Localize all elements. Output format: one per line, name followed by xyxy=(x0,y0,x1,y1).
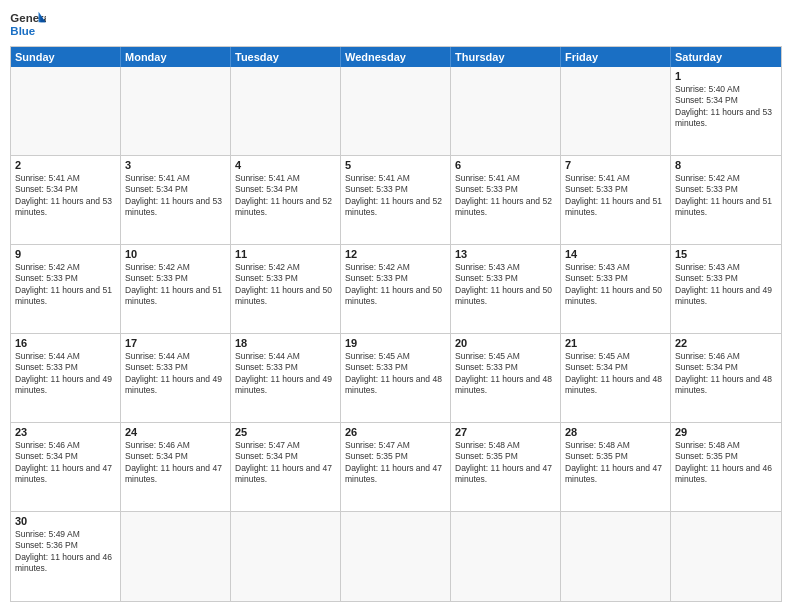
empty-cell xyxy=(231,67,341,156)
header-day-saturday: Saturday xyxy=(671,47,781,67)
day-cell-1: 1Sunrise: 5:40 AM Sunset: 5:34 PM Daylig… xyxy=(671,67,781,156)
header-day-wednesday: Wednesday xyxy=(341,47,451,67)
header-day-sunday: Sunday xyxy=(11,47,121,67)
day-cell-22: 22Sunrise: 5:46 AM Sunset: 5:34 PM Dayli… xyxy=(671,334,781,423)
empty-cell xyxy=(341,512,451,601)
day-cell-19: 19Sunrise: 5:45 AM Sunset: 5:33 PM Dayli… xyxy=(341,334,451,423)
day-cell-30: 30Sunrise: 5:49 AM Sunset: 5:36 PM Dayli… xyxy=(11,512,121,601)
day-cell-13: 13Sunrise: 5:43 AM Sunset: 5:33 PM Dayli… xyxy=(451,245,561,334)
empty-cell xyxy=(341,67,451,156)
day-cell-4: 4Sunrise: 5:41 AM Sunset: 5:34 PM Daylig… xyxy=(231,156,341,245)
day-cell-12: 12Sunrise: 5:42 AM Sunset: 5:33 PM Dayli… xyxy=(341,245,451,334)
day-cell-21: 21Sunrise: 5:45 AM Sunset: 5:34 PM Dayli… xyxy=(561,334,671,423)
empty-cell xyxy=(121,512,231,601)
header-day-monday: Monday xyxy=(121,47,231,67)
day-cell-8: 8Sunrise: 5:42 AM Sunset: 5:33 PM Daylig… xyxy=(671,156,781,245)
day-cell-24: 24Sunrise: 5:46 AM Sunset: 5:34 PM Dayli… xyxy=(121,423,231,512)
calendar: SundayMondayTuesdayWednesdayThursdayFrid… xyxy=(10,46,782,602)
day-cell-23: 23Sunrise: 5:46 AM Sunset: 5:34 PM Dayli… xyxy=(11,423,121,512)
calendar-body: 1Sunrise: 5:40 AM Sunset: 5:34 PM Daylig… xyxy=(11,67,781,601)
header: General Blue xyxy=(10,10,782,40)
day-cell-28: 28Sunrise: 5:48 AM Sunset: 5:35 PM Dayli… xyxy=(561,423,671,512)
day-cell-18: 18Sunrise: 5:44 AM Sunset: 5:33 PM Dayli… xyxy=(231,334,341,423)
day-cell-10: 10Sunrise: 5:42 AM Sunset: 5:33 PM Dayli… xyxy=(121,245,231,334)
day-cell-11: 11Sunrise: 5:42 AM Sunset: 5:33 PM Dayli… xyxy=(231,245,341,334)
day-cell-6: 6Sunrise: 5:41 AM Sunset: 5:33 PM Daylig… xyxy=(451,156,561,245)
calendar-header: SundayMondayTuesdayWednesdayThursdayFrid… xyxy=(11,47,781,67)
day-cell-27: 27Sunrise: 5:48 AM Sunset: 5:35 PM Dayli… xyxy=(451,423,561,512)
day-cell-2: 2Sunrise: 5:41 AM Sunset: 5:34 PM Daylig… xyxy=(11,156,121,245)
day-cell-29: 29Sunrise: 5:48 AM Sunset: 5:35 PM Dayli… xyxy=(671,423,781,512)
logo: General Blue xyxy=(10,10,46,40)
day-cell-16: 16Sunrise: 5:44 AM Sunset: 5:33 PM Dayli… xyxy=(11,334,121,423)
page: General Blue SundayMondayTuesdayWednesda… xyxy=(0,0,792,612)
day-cell-17: 17Sunrise: 5:44 AM Sunset: 5:33 PM Dayli… xyxy=(121,334,231,423)
empty-cell xyxy=(451,512,561,601)
empty-cell xyxy=(561,67,671,156)
day-cell-25: 25Sunrise: 5:47 AM Sunset: 5:34 PM Dayli… xyxy=(231,423,341,512)
empty-cell xyxy=(671,512,781,601)
header-day-tuesday: Tuesday xyxy=(231,47,341,67)
svg-text:Blue: Blue xyxy=(10,25,35,37)
header-day-thursday: Thursday xyxy=(451,47,561,67)
empty-cell xyxy=(11,67,121,156)
day-cell-20: 20Sunrise: 5:45 AM Sunset: 5:33 PM Dayli… xyxy=(451,334,561,423)
logo-icon: General Blue xyxy=(10,10,46,40)
day-cell-7: 7Sunrise: 5:41 AM Sunset: 5:33 PM Daylig… xyxy=(561,156,671,245)
day-cell-14: 14Sunrise: 5:43 AM Sunset: 5:33 PM Dayli… xyxy=(561,245,671,334)
header-day-friday: Friday xyxy=(561,47,671,67)
day-cell-3: 3Sunrise: 5:41 AM Sunset: 5:34 PM Daylig… xyxy=(121,156,231,245)
empty-cell xyxy=(451,67,561,156)
day-cell-5: 5Sunrise: 5:41 AM Sunset: 5:33 PM Daylig… xyxy=(341,156,451,245)
empty-cell xyxy=(561,512,671,601)
empty-cell xyxy=(121,67,231,156)
day-cell-15: 15Sunrise: 5:43 AM Sunset: 5:33 PM Dayli… xyxy=(671,245,781,334)
day-cell-9: 9Sunrise: 5:42 AM Sunset: 5:33 PM Daylig… xyxy=(11,245,121,334)
day-cell-26: 26Sunrise: 5:47 AM Sunset: 5:35 PM Dayli… xyxy=(341,423,451,512)
empty-cell xyxy=(231,512,341,601)
